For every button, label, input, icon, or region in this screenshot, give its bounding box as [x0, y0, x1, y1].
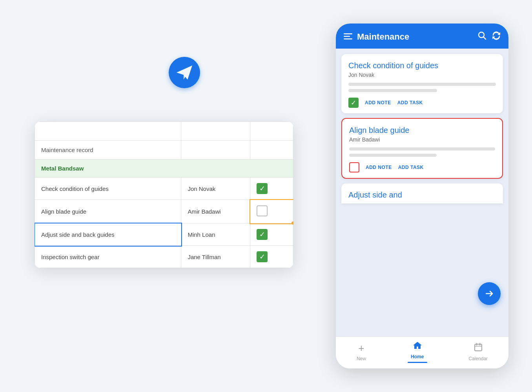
task-card-lines-2	[349, 147, 495, 157]
section-label: Metal Bandsaw	[35, 160, 293, 178]
add-task-btn-2[interactable]: ADD TASK	[398, 165, 424, 170]
assignee-cell-2: Amir Badawi	[181, 200, 250, 223]
checkbox-empty-2[interactable]	[257, 205, 268, 216]
add-note-btn-2[interactable]: ADD NOTE	[366, 165, 392, 170]
table-row[interactable]: Adjust side and back guides Minh Loan ✓	[35, 223, 293, 246]
svg-rect-0	[344, 33, 352, 34]
task-cell-3: Adjust side and back guides	[35, 223, 181, 246]
check-cell-2[interactable]	[250, 200, 293, 223]
task-line-1b	[348, 89, 437, 92]
spreadsheet-table: Maintenance record Metal Bandsaw Check c…	[35, 122, 293, 268]
phone-content: Check condition of guides Jon Novak ✓ AD…	[336, 49, 508, 336]
table-row[interactable]: Inspection switch gear Jane Tillman ✓	[35, 246, 293, 268]
nav-home-label: Home	[411, 354, 424, 359]
check-cell-3[interactable]: ✓	[250, 223, 293, 246]
phone-mockup: Maintenance Che	[336, 24, 508, 368]
task-cell-1: Check condition of guides	[35, 178, 181, 200]
task-card-partial-title: Adjust side and	[348, 191, 496, 200]
assignee-cell-4: Jane Tillman	[181, 246, 250, 268]
check-cell-1[interactable]: ✓	[250, 178, 293, 200]
maintenance-record-row: Maintenance record	[35, 141, 293, 160]
task-line-2b	[349, 154, 437, 157]
task-card-partial[interactable]: Adjust side and	[341, 183, 503, 203]
maintenance-record-label: Maintenance record	[35, 141, 181, 160]
menu-icon[interactable]	[344, 32, 352, 42]
nav-home-icon	[412, 341, 423, 352]
svg-rect-5	[475, 344, 482, 351]
scene: Maintenance record Metal Bandsaw Check c…	[0, 0, 532, 392]
assignee-cell-1: Jon Novak	[181, 178, 250, 200]
checkbox-checked-1[interactable]: ✓	[257, 183, 268, 194]
svg-line-4	[484, 37, 486, 40]
col1-header	[35, 122, 181, 141]
nav-item-new[interactable]: + New	[357, 342, 366, 361]
checkbox-checked-4[interactable]: ✓	[257, 251, 268, 262]
nav-new-icon: +	[358, 342, 364, 354]
nav-new-label: New	[357, 356, 366, 361]
task-card-assignee-1: Jon Novak	[348, 72, 496, 78]
refresh-icon[interactable]	[492, 31, 501, 42]
checkbox-checked-3[interactable]: ✓	[257, 229, 268, 240]
nav-active-bar	[408, 362, 427, 363]
svg-rect-1	[344, 36, 350, 37]
task-card-title-1: Check condition of guides	[348, 61, 496, 70]
add-note-btn-1[interactable]: ADD NOTE	[365, 100, 391, 105]
app-logo	[169, 57, 200, 88]
task-cell-2: Align blade guide	[35, 200, 181, 223]
phone-topbar: Maintenance	[336, 24, 508, 49]
task-card-lines-1	[348, 83, 496, 92]
table-row[interactable]: Check condition of guides Jon Novak ✓	[35, 178, 293, 200]
task-line-1a	[348, 83, 496, 86]
section-row-metal-bandsaw: Metal Bandsaw	[35, 160, 293, 178]
assignee-cell-3: Minh Loan	[181, 223, 250, 246]
table-row[interactable]: Align blade guide Amir Badawi	[35, 200, 293, 223]
maintenance-record-col2	[181, 141, 250, 160]
check-cell-4[interactable]: ✓	[250, 246, 293, 268]
header-row	[35, 122, 293, 141]
task-card-title-2: Align blade guide	[349, 126, 495, 135]
phone-bottom-nav: + New Home	[336, 336, 508, 368]
task-card-actions-2: ADD NOTE ADD TASK	[349, 162, 495, 172]
task-card-1[interactable]: Check condition of guides Jon Novak ✓ AD…	[341, 54, 503, 113]
task-line-2a	[349, 147, 495, 151]
nav-calendar-label: Calendar	[468, 356, 488, 361]
task-checkbox-red-2[interactable]	[349, 162, 359, 172]
task-cell-4: Inspection switch gear	[35, 246, 181, 268]
nav-calendar-icon	[474, 343, 483, 354]
col2-header	[181, 122, 250, 141]
topbar-actions	[478, 31, 501, 42]
task-card-actions-1: ✓ ADD NOTE ADD TASK	[348, 98, 496, 108]
svg-rect-2	[344, 38, 352, 40]
nav-item-home[interactable]: Home	[408, 341, 427, 363]
task-checkbox-green-1[interactable]: ✓	[348, 98, 359, 108]
maintenance-record-col3	[250, 141, 293, 160]
search-icon[interactable]	[478, 31, 486, 42]
col3-header	[250, 122, 293, 141]
task-card-2[interactable]: Align blade guide Amir Badawi ADD NOTE A…	[341, 118, 503, 179]
add-task-btn-1[interactable]: ADD TASK	[397, 100, 423, 105]
spreadsheet-card: Maintenance record Metal Bandsaw Check c…	[35, 122, 293, 268]
task-card-assignee-2: Amir Badawi	[349, 136, 495, 143]
app-title: Maintenance	[357, 32, 473, 42]
nav-item-calendar[interactable]: Calendar	[468, 343, 488, 361]
fab-button[interactable]	[478, 282, 501, 305]
